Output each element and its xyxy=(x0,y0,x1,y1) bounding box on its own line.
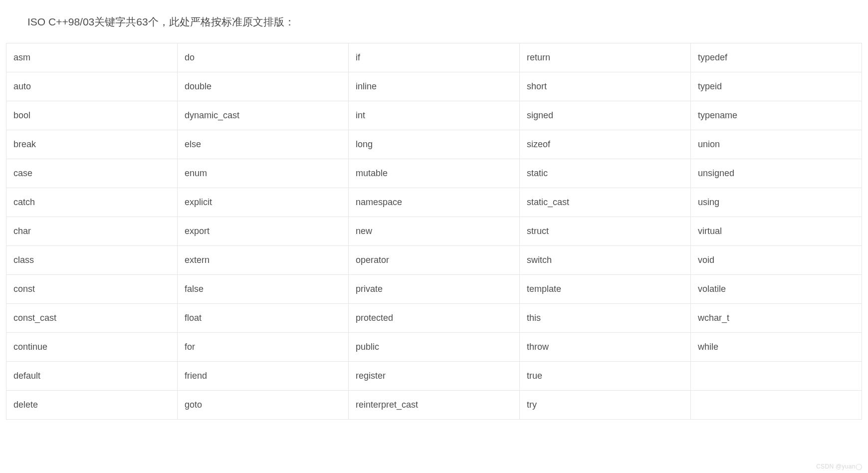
table-cell: asm xyxy=(6,43,178,72)
table-cell: double xyxy=(178,72,349,101)
table-cell: break xyxy=(6,130,178,159)
keyword-table-body: asmdoifreturntypedefautodoubleinlineshor… xyxy=(6,43,862,420)
table-cell: const xyxy=(6,275,178,304)
table-cell: static xyxy=(520,159,691,188)
table-cell: using xyxy=(691,188,862,217)
table-row: autodoubleinlineshorttypeid xyxy=(6,72,862,101)
table-cell: auto xyxy=(6,72,178,101)
table-cell: union xyxy=(691,130,862,159)
table-cell: struct xyxy=(520,217,691,246)
table-cell: default xyxy=(6,362,178,391)
table-row: charexportnewstructvirtual xyxy=(6,217,862,246)
table-cell: else xyxy=(178,130,349,159)
table-cell: sizeof xyxy=(520,130,691,159)
table-cell: new xyxy=(349,217,520,246)
table-row: booldynamic_castintsignedtypename xyxy=(6,101,862,130)
table-cell: this xyxy=(520,304,691,333)
table-cell xyxy=(691,391,862,420)
table-cell: volatile xyxy=(691,275,862,304)
table-row: defaultfriendregistertrue xyxy=(6,362,862,391)
table-cell: private xyxy=(349,275,520,304)
table-cell: float xyxy=(178,304,349,333)
table-cell: long xyxy=(349,130,520,159)
table-cell: short xyxy=(520,72,691,101)
table-cell: enum xyxy=(178,159,349,188)
table-cell: extern xyxy=(178,246,349,275)
table-cell: public xyxy=(349,333,520,362)
page-heading: ISO C++98/03关键字共63个，此处严格按标准原文排版： xyxy=(27,15,862,29)
table-row: asmdoifreturntypedef xyxy=(6,43,862,72)
table-cell: while xyxy=(691,333,862,362)
table-cell: template xyxy=(520,275,691,304)
table-cell: export xyxy=(178,217,349,246)
table-cell: return xyxy=(520,43,691,72)
table-cell xyxy=(691,362,862,391)
table-cell: register xyxy=(349,362,520,391)
keyword-table: asmdoifreturntypedefautodoubleinlineshor… xyxy=(6,43,862,420)
table-cell: typedef xyxy=(691,43,862,72)
table-cell: wchar_t xyxy=(691,304,862,333)
table-row: constfalseprivatetemplatevolatile xyxy=(6,275,862,304)
table-cell: operator xyxy=(349,246,520,275)
table-cell: typeid xyxy=(691,72,862,101)
table-cell: reinterpret_cast xyxy=(349,391,520,420)
table-cell: static_cast xyxy=(520,188,691,217)
table-cell: friend xyxy=(178,362,349,391)
table-cell: char xyxy=(6,217,178,246)
table-cell: const_cast xyxy=(6,304,178,333)
table-row: deletegotoreinterpret_casttry xyxy=(6,391,862,420)
table-cell: namespace xyxy=(349,188,520,217)
table-cell: mutable xyxy=(349,159,520,188)
table-cell: protected xyxy=(349,304,520,333)
table-row: classexternoperatorswitchvoid xyxy=(6,246,862,275)
table-cell: do xyxy=(178,43,349,72)
table-cell: virtual xyxy=(691,217,862,246)
table-row: continueforpublicthrowwhile xyxy=(6,333,862,362)
table-cell: unsigned xyxy=(691,159,862,188)
table-cell: bool xyxy=(6,101,178,130)
table-cell: class xyxy=(6,246,178,275)
table-cell: throw xyxy=(520,333,691,362)
table-row: caseenummutablestaticunsigned xyxy=(6,159,862,188)
table-cell: explicit xyxy=(178,188,349,217)
table-cell: false xyxy=(178,275,349,304)
table-cell: case xyxy=(6,159,178,188)
table-cell: int xyxy=(349,101,520,130)
table-cell: dynamic_cast xyxy=(178,101,349,130)
table-cell: signed xyxy=(520,101,691,130)
table-cell: true xyxy=(520,362,691,391)
table-row: breakelselongsizeofunion xyxy=(6,130,862,159)
table-cell: goto xyxy=(178,391,349,420)
table-cell: continue xyxy=(6,333,178,362)
table-cell: switch xyxy=(520,246,691,275)
table-cell: if xyxy=(349,43,520,72)
table-cell: catch xyxy=(6,188,178,217)
table-row: const_castfloatprotectedthiswchar_t xyxy=(6,304,862,333)
table-cell: delete xyxy=(6,391,178,420)
table-cell: try xyxy=(520,391,691,420)
table-cell: for xyxy=(178,333,349,362)
table-row: catchexplicitnamespacestatic_castusing xyxy=(6,188,862,217)
table-cell: inline xyxy=(349,72,520,101)
table-cell: void xyxy=(691,246,862,275)
table-cell: typename xyxy=(691,101,862,130)
